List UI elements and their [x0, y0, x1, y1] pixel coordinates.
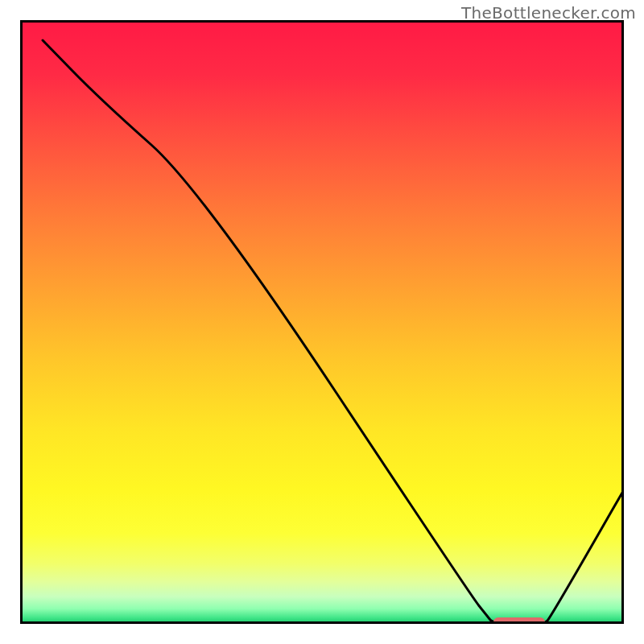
- chart-svg: [20, 20, 624, 624]
- gradient-background: [20, 20, 624, 624]
- chart-frame: [20, 20, 624, 624]
- watermark-text: TheBottlenecker.com: [461, 3, 636, 23]
